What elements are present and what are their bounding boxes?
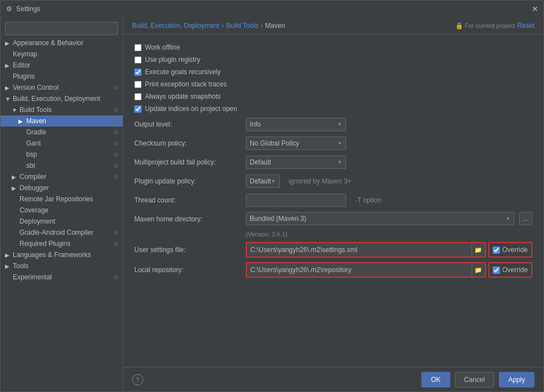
arrow-icon: ▶: [5, 85, 12, 91]
sidebar-item-keymap[interactable]: Keymap: [1, 49, 123, 60]
sidebar-item-debugger[interactable]: ▶Debugger: [1, 182, 123, 193]
sidebar-item-compiler[interactable]: ▶Compiler⚙: [1, 171, 123, 182]
sidebar-item-gradle[interactable]: Gradle⚙: [1, 127, 123, 138]
sidebar-item-tools[interactable]: ▶Tools: [1, 260, 123, 272]
sidebar-item-sbt[interactable]: sbt⚙: [1, 160, 123, 171]
sidebar-item-remote-jar[interactable]: Remote Jar Repositories: [1, 193, 123, 205]
output-level-dropdown[interactable]: Info ▼: [246, 118, 346, 131]
sidebar: ▶Appearance & Behavior Keymap▶Editor Plu…: [1, 17, 123, 391]
checkbox-row-execute-goals: Execute goals recursively: [134, 68, 532, 76]
sidebar-item-build-tools[interactable]: ▼Build Tools⚙: [1, 104, 123, 115]
arrow-icon: ▶: [5, 252, 12, 258]
checkbox-plugin-registry[interactable]: [134, 56, 142, 64]
thread-count-row: Thread count: -T option: [134, 193, 532, 207]
sidebar-item-build-exec-deploy[interactable]: ▼Build, Execution, Deployment: [1, 93, 123, 104]
sidebar-item-gradle-android[interactable]: Gradle-Android Compiler⚙: [1, 227, 123, 238]
item-right-icon: ⚙: [113, 141, 118, 147]
checkbox-row-update-indices: Update indices on project open: [134, 105, 532, 113]
ok-button[interactable]: OK: [421, 372, 450, 388]
sidebar-item-maven[interactable]: ▶Maven⚙: [1, 115, 123, 127]
user-settings-input[interactable]: [247, 243, 472, 257]
multiproject-dropdown[interactable]: Default ▼: [246, 156, 346, 169]
breadcrumb-reset[interactable]: Reset: [517, 22, 535, 30]
checkbox-always-update[interactable]: [134, 93, 142, 100]
checkbox-update-indices[interactable]: [134, 105, 142, 113]
sidebar-items-container: ▶Appearance & Behavior Keymap▶Editor Plu…: [1, 37, 123, 283]
maven-home-arrow: ▼: [506, 216, 511, 221]
maven-home-row: Maven home directory: Bundled (Maven 3) …: [134, 212, 532, 226]
user-settings-override-checkbox[interactable]: [493, 246, 500, 254]
maven-home-browse[interactable]: …: [519, 212, 532, 225]
sidebar-item-label: Gradle-Android Compiler: [20, 229, 94, 236]
apply-button[interactable]: Apply: [499, 372, 535, 388]
close-button[interactable]: ✕: [531, 5, 539, 13]
checkbox-execute-goals[interactable]: [134, 69, 142, 76]
checkbox-label-always-update: Always update snapshots: [145, 93, 221, 100]
sidebar-item-appearance[interactable]: ▶Appearance & Behavior: [1, 37, 123, 49]
sidebar-item-label: Tools: [13, 262, 28, 270]
checkbox-row-print-exception: Print exception stack traces: [134, 80, 532, 88]
title-bar: ⚙ Settings ✕: [1, 1, 543, 17]
checkbox-print-exception[interactable]: [134, 81, 142, 88]
maven-home-value: Bundled (Maven 3): [250, 215, 306, 222]
multiproject-value: Default: [250, 158, 271, 166]
plugin-update-arrow: ▼: [271, 178, 276, 184]
breadcrumb-part2[interactable]: Build Tools: [226, 22, 259, 30]
user-settings-browse[interactable]: 📁: [472, 243, 485, 257]
sidebar-item-editor[interactable]: ▶Editor: [1, 60, 123, 71]
checksum-policy-dropdown[interactable]: No Global Policy ▼: [246, 137, 346, 150]
breadcrumb: Build, Execution, Deployment › Build Too…: [123, 17, 543, 35]
title-bar-left: ⚙ Settings: [5, 5, 40, 13]
checksum-policy-value: No Global Policy: [250, 139, 299, 147]
output-level-value: Info: [250, 120, 261, 128]
maven-version-note: (Version: 3.6.1): [246, 231, 532, 238]
checksum-policy-label: Checksum policy:: [134, 139, 246, 147]
thread-count-input[interactable]: [246, 193, 346, 207]
sidebar-item-experimental[interactable]: Experimental⚙: [1, 272, 123, 283]
cancel-button[interactable]: Cancel: [455, 372, 494, 388]
sidebar-item-gant[interactable]: Gant⚙: [1, 138, 123, 149]
help-button[interactable]: ?: [132, 374, 143, 385]
multiproject-control: Default ▼: [246, 156, 532, 169]
sidebar-item-bsp[interactable]: bsp⚙: [1, 149, 123, 160]
user-settings-input-group: 📁: [246, 242, 486, 258]
output-level-control: Info ▼: [246, 118, 532, 131]
item-right-icon: ⚙: [113, 152, 118, 158]
plugin-update-note: ignored by Maven 3+: [289, 177, 351, 185]
local-repo-override-group: Override: [488, 262, 532, 278]
breadcrumb-part1[interactable]: Build, Execution, Deployment: [132, 22, 220, 30]
plugin-update-row: Plugin update policy: Default ▼ ignored …: [134, 174, 532, 188]
local-repo-input[interactable]: [247, 263, 472, 277]
arrow-icon: ▶: [5, 40, 12, 46]
breadcrumb-sep1: ›: [222, 22, 224, 30]
sidebar-item-label: Compiler: [20, 173, 46, 181]
sidebar-item-languages[interactable]: ▶Languages & Frameworks: [1, 249, 123, 260]
sidebar-item-coverage[interactable]: Coverage: [1, 205, 123, 216]
arrow-icon: ▼: [12, 107, 18, 113]
maven-home-select[interactable]: Bundled (Maven 3) ▼: [246, 212, 514, 225]
local-repo-override-label: Override: [502, 266, 528, 274]
local-repo-browse[interactable]: 📁: [472, 263, 485, 277]
checkboxes-container: Work offline Use plugin registry Execute…: [134, 43, 532, 113]
arrow-icon: ▶: [18, 118, 25, 124]
arrow-icon: ▼: [5, 96, 12, 102]
local-repo-input-group: 📁: [246, 262, 486, 278]
item-right-icon: ⚙: [113, 230, 118, 236]
sidebar-item-label: Debugger: [20, 184, 49, 192]
plugin-update-dropdown[interactable]: Default ▼: [246, 175, 280, 188]
item-right-icon: ⚙: [113, 163, 118, 169]
search-box[interactable]: [5, 22, 118, 35]
checkbox-label-work-offline: Work offline: [145, 43, 180, 51]
item-right-icon: ⚙: [113, 241, 118, 247]
local-repo-override-checkbox[interactable]: [493, 267, 500, 274]
checkbox-work-offline[interactable]: [134, 44, 142, 51]
sidebar-item-required-plugins[interactable]: Required Plugins⚙: [1, 238, 123, 249]
sidebar-item-deployment[interactable]: Deployment: [1, 216, 123, 227]
sidebar-item-version-control[interactable]: ▶Version Control⚙: [1, 82, 123, 93]
sidebar-item-label: Experimental: [13, 273, 52, 281]
multiproject-label: Multiproject build fail policy:: [134, 158, 246, 166]
sidebar-item-plugins[interactable]: Plugins: [1, 71, 123, 82]
user-settings-override-label: Override: [502, 246, 528, 254]
search-input[interactable]: [9, 25, 114, 32]
output-level-row: Output level: Info ▼: [134, 117, 532, 132]
